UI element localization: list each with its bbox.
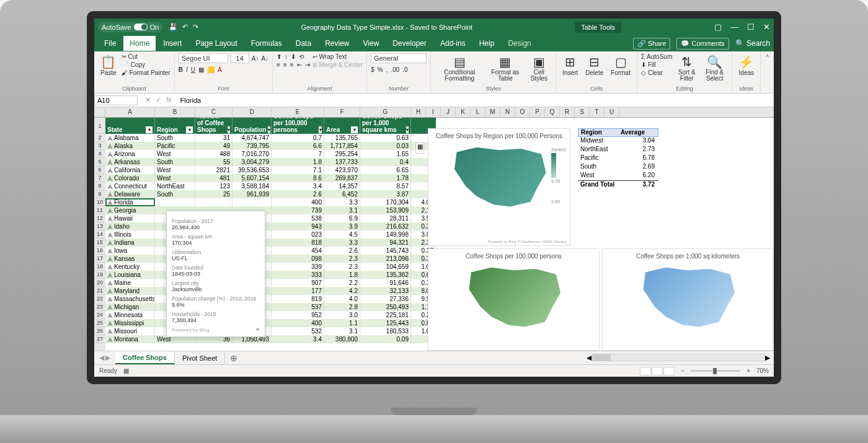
format-cells-button[interactable]: ▢Format <box>608 53 633 77</box>
row-header[interactable]: 25 <box>94 319 105 327</box>
autosum-button[interactable]: Σ AutoSum <box>641 53 672 60</box>
cut-button[interactable]: ✂ Cut <box>122 53 170 60</box>
currency-button[interactable]: $ <box>371 66 374 73</box>
comma-button[interactable]: , <box>386 66 388 73</box>
filter-icon[interactable]: ▾ <box>268 126 270 133</box>
table-row[interactable]: Michigan5372.8250,4931.13 <box>105 303 436 311</box>
column-header[interactable]: M <box>485 107 500 117</box>
column-header[interactable]: E <box>272 107 324 117</box>
map-chart-per100k[interactable]: Coffee Shops per 100,000 persons 3.96.73… <box>428 248 600 351</box>
filter-icon[interactable]: ▾ <box>351 126 358 133</box>
macro-record-icon[interactable]: ▦ <box>123 367 129 374</box>
align-middle-icon[interactable]: ↕ <box>285 53 288 60</box>
table-row[interactable]: DelawareSouth25961,9392.66,4523.87 <box>105 190 436 198</box>
row-header[interactable]: 14 <box>94 230 105 239</box>
row-header[interactable]: 15 <box>94 239 105 247</box>
zoom-slider[interactable] <box>691 370 740 372</box>
format-as-table-button[interactable]: ▦Format as Table <box>487 53 523 83</box>
paste-button[interactable]: 📋Paste <box>98 53 119 77</box>
tab-home[interactable]: Home <box>123 36 156 51</box>
merge-center-button[interactable]: ⊞ Merge & Center <box>312 61 363 68</box>
tab-design[interactable]: Design <box>502 36 537 51</box>
row-header[interactable]: 23 <box>94 303 105 311</box>
table-row[interactable]: Florida4003.3170,3044.08 <box>105 198 436 206</box>
select-all-corner[interactable] <box>94 107 105 117</box>
align-top-icon[interactable]: ⬆ <box>277 53 281 60</box>
pivot-row[interactable]: West6.20 <box>578 172 658 180</box>
header-area[interactable]: Area▾ <box>324 118 360 134</box>
row-header[interactable]: 18 <box>94 263 105 271</box>
column-header[interactable]: O <box>515 107 530 117</box>
header-region[interactable]: Region▾ <box>155 118 195 134</box>
wrap-text-button[interactable]: ↩ Wrap Text <box>312 53 363 60</box>
column-header[interactable]: D <box>232 107 272 117</box>
close-icon[interactable]: ✕ <box>763 22 770 32</box>
align-center-icon[interactable]: ≡ <box>283 61 287 68</box>
table-row[interactable]: Maine9072.291,6460.33 <box>105 279 436 287</box>
ribbon-display-icon[interactable]: ▢ <box>714 22 722 32</box>
decrease-decimal-button[interactable]: .0 <box>402 66 407 73</box>
find-select-button[interactable]: 🔍Find & Select <box>701 53 728 83</box>
column-header[interactable]: P <box>530 107 545 117</box>
normal-view-button[interactable] <box>640 367 651 375</box>
pivot-row[interactable]: NorthEast2.73 <box>578 146 658 154</box>
sheet-tab-coffee-shops[interactable]: Coffee Shops <box>115 352 175 364</box>
column-header[interactable]: S <box>575 107 590 117</box>
font-size-select[interactable]: 14 <box>231 53 249 63</box>
maximize-icon[interactable]: ☐ <box>747 22 755 32</box>
table-row[interactable]: ConnecticutNorthEast1233,588,1843.414,35… <box>105 182 436 190</box>
pivot-row[interactable]: Midwest3.04 <box>578 137 658 146</box>
row-header[interactable]: 6 <box>94 166 105 174</box>
row-header[interactable]: 4 <box>94 150 105 158</box>
fill-button[interactable]: ⬇ Fill <box>641 61 672 68</box>
insert-data-icon[interactable]: ▦ <box>415 143 424 154</box>
header-per1000km[interactable]: Coffee Shops per 1,000 square kms▾ <box>360 118 411 134</box>
row-header[interactable]: 5 <box>94 158 105 166</box>
table-row[interactable]: Hawaii5386.928,3113.50 <box>105 214 436 222</box>
filter-icon[interactable]: ▾ <box>406 126 409 133</box>
column-header[interactable]: U <box>604 107 619 117</box>
fill-color-button[interactable]: 🟨 <box>207 66 215 73</box>
clear-button[interactable]: ◇ Clear <box>641 69 672 76</box>
header-num-shops[interactable]: Number of Coffee Shops▾ <box>195 118 232 134</box>
tab-file[interactable]: File <box>98 36 122 51</box>
row-header[interactable]: 3 <box>94 142 105 150</box>
tab-review[interactable]: Review <box>319 36 355 51</box>
row-header[interactable]: 13 <box>94 222 105 230</box>
row-header[interactable]: 26 <box>94 327 105 335</box>
column-header[interactable]: G <box>360 107 411 117</box>
italic-button[interactable]: I <box>186 66 188 73</box>
insert-cells-button[interactable]: ⊞Insert <box>560 53 580 77</box>
row-header[interactable]: 21 <box>94 287 105 295</box>
header-per100k[interactable]: Coffee Shops per 100,000 persons▾ <box>272 118 324 134</box>
table-row[interactable]: Missouri5323.1180,5331.04 <box>105 327 436 335</box>
table-row[interactable]: MontanaWest361,050,4933.4380,8000.09 <box>105 335 436 343</box>
page-break-view-button[interactable] <box>663 367 675 375</box>
border-button[interactable]: ▦ <box>198 66 204 73</box>
ideas-button[interactable]: ⚡Ideas <box>736 53 756 77</box>
delete-cells-button[interactable]: ⊟Delete <box>583 53 606 77</box>
tab-formulas[interactable]: Formulas <box>245 36 288 51</box>
table-row[interactable]: Minnesota9523.0225,1810.26 <box>105 311 436 319</box>
map-chart-per1000km[interactable]: Coffee Shops per 1,000 sq kilometers 0.3… <box>602 248 774 351</box>
zoom-level[interactable]: 70% <box>756 367 769 374</box>
formula-input[interactable]: Florida <box>177 96 774 105</box>
column-header[interactable]: C <box>195 107 232 117</box>
column-header[interactable]: I <box>426 107 441 117</box>
tab-insert[interactable]: Insert <box>157 36 188 51</box>
row-header[interactable]: 10 <box>94 198 105 206</box>
filter-icon[interactable]: ▾ <box>186 126 193 133</box>
format-painter-button[interactable]: 🖌 Format Painter <box>122 69 170 76</box>
tab-help[interactable]: Help <box>473 36 501 51</box>
row-header[interactable]: 17 <box>94 255 105 263</box>
bold-button[interactable]: B <box>179 66 183 73</box>
row-header[interactable]: 2 <box>94 134 105 142</box>
orientation-icon[interactable]: ⟲ <box>299 53 304 60</box>
row-header[interactable]: 12 <box>94 214 105 222</box>
scroll-left-icon[interactable]: ◀ <box>587 354 591 362</box>
column-header[interactable]: K <box>456 107 471 117</box>
redo-icon[interactable]: ↷ <box>193 23 198 31</box>
align-left-icon[interactable]: ≡ <box>277 61 280 68</box>
column-header[interactable]: R <box>560 107 575 117</box>
table-row[interactable]: ArkansasSouth553,004,2791.8137,7330.4 <box>105 158 436 166</box>
